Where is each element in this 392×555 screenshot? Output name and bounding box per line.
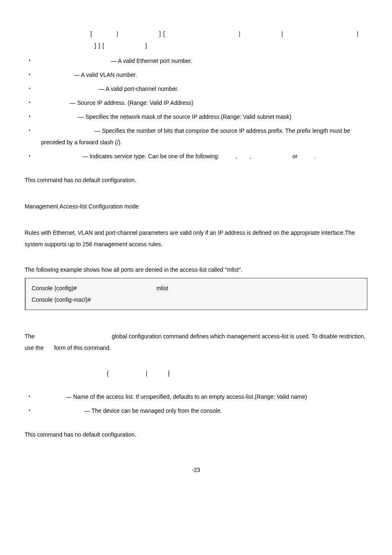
param-item: — Indicates service type. Can be one of … <box>25 150 367 162</box>
command-mode-1: Management Access-list Configuration mod… <box>25 201 367 212</box>
syntax-line-2: ] ] [] <box>95 41 367 51</box>
default-config-1: This command has no default configuratio… <box>25 174 367 186</box>
parameter-list-2: — Name of the access list. If unspecifie… <box>25 391 367 416</box>
param-item: — A valid Ethernet port number. <box>25 55 367 67</box>
param-item: — Name of the access list. If unspecifie… <box>25 391 367 402</box>
param-item: — Source IP address. (Range: Valid IP Ad… <box>25 97 367 109</box>
param-item: — Specifies the number of bits that comp… <box>25 125 367 148</box>
param-item: — A valid port-channel number. <box>25 83 367 95</box>
syntax-line-3: {|} <box>107 368 367 379</box>
param-item: — A valid VLAN number. <box>25 69 367 81</box>
command-description-2: The global configuration command defines… <box>25 331 367 354</box>
code-line-1: Console (config)# mlist <box>32 282 361 294</box>
parameter-list-1: — A valid Ethernet port number. — A vali… <box>25 55 367 162</box>
default-config-2: This command has no default configuratio… <box>25 429 367 440</box>
code-example: Console (config)# mlist Console (config-… <box>25 278 367 310</box>
user-guidelines-1: Rules with Ethernet, VLAN and port-chann… <box>25 227 367 250</box>
code-line-2: Console (config-macl)# <box>32 294 361 305</box>
page-number: -23 <box>25 465 367 475</box>
param-item: — Specifies the network mask of the sour… <box>25 111 367 123</box>
syntax-line-1: [|] [||| <box>66 29 367 39</box>
param-item: — The device can be managed only from th… <box>25 405 367 416</box>
example-intro: The following example shows how all port… <box>25 265 367 275</box>
